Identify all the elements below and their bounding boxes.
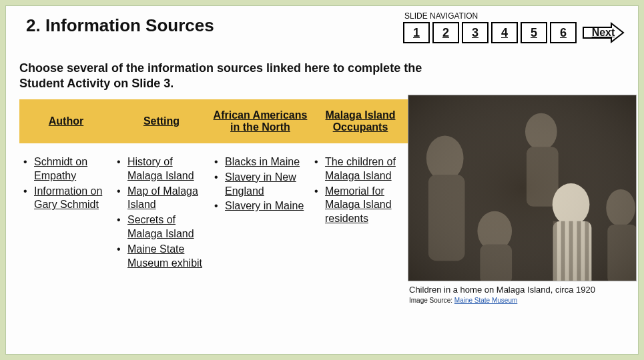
image-caption: Children in a home on Malaga Island, cir… xyxy=(409,285,595,295)
nav-item-4[interactable]: 4 xyxy=(491,22,518,43)
col-body-author: Schmidt on Empathy Information on Gary S… xyxy=(19,143,113,271)
columns-grid: Author Setting African Americans in the … xyxy=(19,99,406,271)
nav-item-5[interactable]: 5 xyxy=(521,22,547,43)
page-title: 2. Information Sources xyxy=(19,15,214,36)
instructions-text: Choose several of the information source… xyxy=(19,61,460,91)
slide-container: 2. Information Sources SLIDE NAVIGATION … xyxy=(0,0,644,360)
col-header-setting[interactable]: Setting xyxy=(113,99,210,143)
col-header-author[interactable]: Author xyxy=(19,99,113,143)
link-schmidt-empathy[interactable]: Schmidt on Empathy xyxy=(23,155,113,183)
link-info-gary-schmidt[interactable]: Information on Gary Schmidt xyxy=(23,185,113,213)
nav-next-label: Next xyxy=(592,27,615,39)
nav-item-6[interactable]: 6 xyxy=(550,22,577,43)
image-source-prefix: Image Source: xyxy=(409,297,454,304)
slide-inner: 2. Information Sources SLIDE NAVIGATION … xyxy=(5,5,639,355)
slide-navigation: SLIDE NAVIGATION 1 2 3 4 5 6 Next xyxy=(403,11,625,43)
col-body-malaga-occupants: The children of Malaga Island Memorial f… xyxy=(310,143,410,271)
link-blacks-in-maine[interactable]: Blacks in Maine xyxy=(214,155,310,169)
nav-label: SLIDE NAVIGATION xyxy=(403,11,625,21)
image-source: Image Source: Maine State Museum xyxy=(409,297,517,304)
col-body-setting: History of Malaga Island Map of Malaga I… xyxy=(113,143,210,271)
link-memorial-malaga-residents[interactable]: Memorial for Malaga Island residents xyxy=(314,185,410,226)
image-children-malaga xyxy=(408,95,637,281)
nav-item-2[interactable]: 2 xyxy=(432,22,459,43)
nav-row: 1 2 3 4 5 6 Next xyxy=(403,22,625,43)
link-slavery-new-england[interactable]: Slavery in New England xyxy=(214,171,310,199)
col-header-african-americans[interactable]: African Americans in the North xyxy=(210,99,310,143)
link-slavery-in-maine[interactable]: Slavery in Maine xyxy=(214,199,310,213)
link-map-malaga[interactable]: Map of Malaga Island xyxy=(117,185,210,213)
nav-item-3[interactable]: 3 xyxy=(462,22,489,43)
col-header-malaga-occupants[interactable]: Malaga Island Occupants xyxy=(310,99,410,143)
link-history-malaga[interactable]: History of Malaga Island xyxy=(117,155,210,183)
top-bar: 2. Information Sources SLIDE NAVIGATION … xyxy=(19,15,625,36)
link-maine-state-museum-exhibit[interactable]: Maine State Museum exhibit xyxy=(117,243,210,271)
nav-item-1[interactable]: 1 xyxy=(403,22,430,43)
svg-rect-17 xyxy=(408,95,636,281)
col-body-african-americans: Blacks in Maine Slavery in New England S… xyxy=(210,143,310,271)
link-children-of-malaga[interactable]: The children of Malaga Island xyxy=(314,155,410,183)
nav-next-button[interactable]: Next xyxy=(582,22,625,43)
image-source-link[interactable]: Maine State Museum xyxy=(454,297,518,304)
link-secrets-malaga[interactable]: Secrets of Malaga Island xyxy=(117,213,210,241)
